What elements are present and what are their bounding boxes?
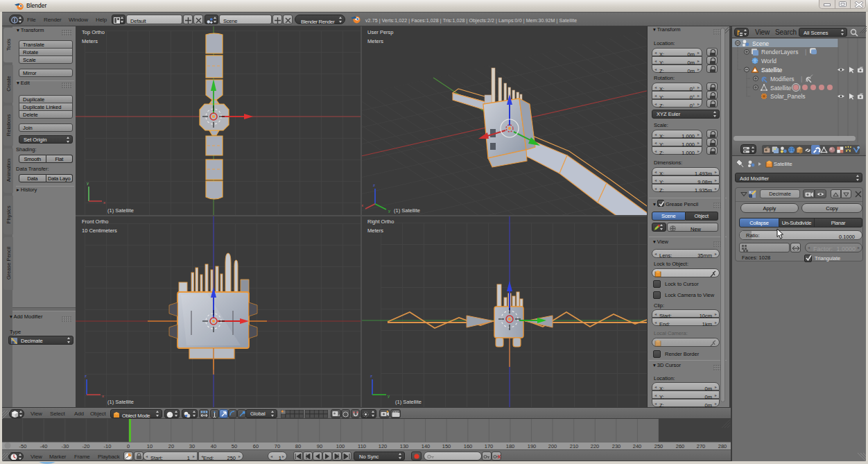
svg-text:220: 220 xyxy=(591,443,600,449)
svg-text:140: 140 xyxy=(422,443,431,449)
svg-text:RenderLayers: RenderLayers xyxy=(761,49,798,55)
svg-text:260: 260 xyxy=(676,443,685,449)
svg-text:270: 270 xyxy=(697,443,706,449)
svg-text:120: 120 xyxy=(379,443,388,449)
svg-text:-30: -30 xyxy=(62,443,69,449)
svg-text:z: z xyxy=(85,374,87,378)
svg-text:60: 60 xyxy=(253,443,259,449)
svg-text:Satellite: Satellite xyxy=(761,67,783,74)
svg-text:-50: -50 xyxy=(19,443,27,449)
svg-text:Front Ortho: Front Ortho xyxy=(82,218,108,225)
svg-text:x: x xyxy=(102,394,104,398)
svg-text:50: 50 xyxy=(232,443,237,449)
svg-text:90: 90 xyxy=(317,443,322,449)
svg-text:40: 40 xyxy=(211,443,216,449)
svg-text:Top Ortho: Top Ortho xyxy=(82,29,105,35)
svg-text:230: 230 xyxy=(612,443,621,449)
svg-text:10: 10 xyxy=(147,443,153,449)
svg-text:170: 170 xyxy=(485,443,494,449)
svg-text:150: 150 xyxy=(442,443,451,449)
svg-text:World: World xyxy=(761,58,776,65)
svg-text:160: 160 xyxy=(464,443,473,449)
svg-text:190: 190 xyxy=(528,443,537,449)
svg-text:210: 210 xyxy=(570,443,579,449)
svg-text:-40: -40 xyxy=(40,443,48,449)
svg-text:(1) Satellite: (1) Satellite xyxy=(395,399,422,405)
svg-text:(1) Satellite: (1) Satellite xyxy=(394,207,420,214)
svg-text:z: z xyxy=(370,374,372,378)
svg-text:Meters: Meters xyxy=(367,38,383,44)
svg-text:z: z xyxy=(373,183,375,187)
svg-text:Meters: Meters xyxy=(82,38,98,44)
svg-text:200: 200 xyxy=(548,443,557,449)
svg-text:30: 30 xyxy=(189,443,195,449)
svg-text:70: 70 xyxy=(275,443,280,449)
svg-text:Modifiers: Modifiers xyxy=(770,76,794,83)
svg-text:-10: -10 xyxy=(104,443,112,449)
svg-text:|: | xyxy=(801,76,802,83)
svg-text:Solar_Panels: Solar_Panels xyxy=(770,93,806,100)
svg-text:80: 80 xyxy=(295,443,301,449)
svg-text:Scene: Scene xyxy=(752,40,769,47)
svg-text:180: 180 xyxy=(506,443,515,449)
svg-text:250: 250 xyxy=(654,443,663,449)
svg-text:-20: -20 xyxy=(83,443,90,449)
svg-text:x: x xyxy=(103,200,105,205)
svg-text:Right Ortho: Right Ortho xyxy=(367,218,394,225)
svg-text:|: | xyxy=(805,49,806,55)
svg-text:Meters: Meters xyxy=(367,227,383,234)
svg-text:y: y xyxy=(388,209,390,213)
svg-text:20: 20 xyxy=(168,443,174,449)
svg-text:280: 280 xyxy=(718,443,727,449)
svg-text:130: 130 xyxy=(400,443,409,449)
svg-text:0: 0 xyxy=(127,443,130,449)
svg-text:y: y xyxy=(87,181,89,185)
svg-text:10 Centimeters: 10 Centimeters xyxy=(82,227,117,234)
svg-text:Satellite: Satellite xyxy=(770,85,792,92)
svg-text:100: 100 xyxy=(336,443,345,449)
svg-text:110: 110 xyxy=(358,443,366,449)
svg-text:User Persp: User Persp xyxy=(367,29,394,35)
svg-text:(1) Satellite: (1) Satellite xyxy=(107,399,134,405)
svg-text:240: 240 xyxy=(633,443,642,449)
svg-text:(1) Satellite: (1) Satellite xyxy=(107,207,134,214)
svg-text:y: y xyxy=(388,394,390,398)
